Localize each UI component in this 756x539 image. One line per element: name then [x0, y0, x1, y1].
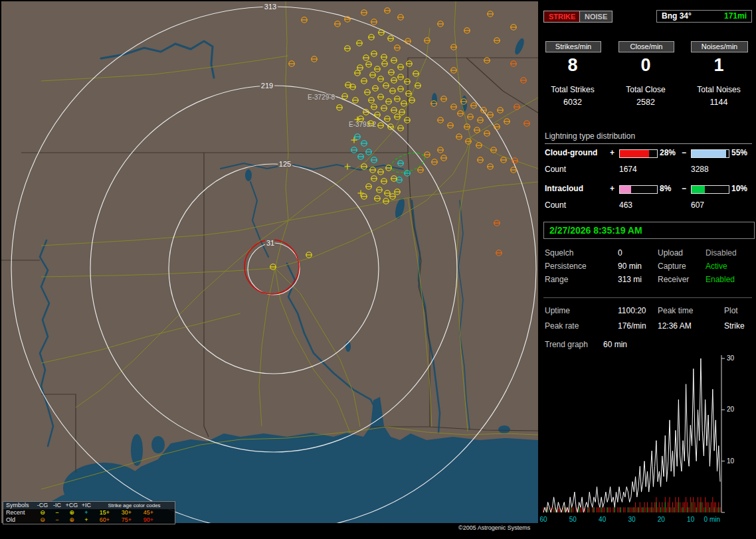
squelch-label: Squelch	[545, 248, 573, 258]
count-label: Count	[545, 165, 566, 174]
plot-value: Strike	[724, 321, 745, 331]
cg-plus-pct: 28%	[660, 148, 676, 157]
ic-minus-count: 607	[691, 200, 704, 210]
svg-text:50: 50	[569, 516, 577, 523]
noises-per-min-box[interactable]: Noises/min	[691, 41, 748, 52]
bearing-label: Bng 34°	[662, 11, 692, 22]
legend-col-pcg: +CG	[64, 502, 79, 509]
svg-text:10: 10	[687, 516, 695, 523]
cloud-ground-row: Cloud-ground + 28% − 55%	[539, 148, 756, 159]
cg-count-row: Count 1674 3288	[539, 165, 756, 176]
map-geography	[1, 1, 538, 523]
total-strikes-value: 6032	[539, 98, 606, 107]
ic-plus-bar	[619, 185, 658, 194]
upload-value: Disabled	[706, 248, 737, 258]
peak-time-label: Peak time	[658, 306, 693, 316]
count-label: Count	[545, 200, 566, 210]
bearing-distance: 171mi	[724, 11, 747, 22]
svg-text:30: 30	[628, 516, 636, 523]
nexstorm-app: { "window": { "copyright": "©2005 Astrog…	[0, 0, 756, 539]
legend-col-ncg: -CG	[35, 502, 50, 509]
svg-text:30: 30	[727, 354, 735, 362]
minus-sign: −	[682, 184, 686, 193]
ic-minus-pct: 10%	[731, 184, 747, 193]
trend-graph-window: 60 min	[603, 340, 627, 350]
cg-plus-count: 1674	[619, 165, 637, 174]
svg-text:20: 20	[658, 516, 666, 523]
svg-text:60: 60	[539, 516, 547, 523]
squelch-value: 0	[618, 248, 622, 258]
svg-text:125: 125	[279, 160, 291, 168]
noise-toggle-button[interactable]: NOISE	[579, 11, 613, 23]
trend-graph: 1020306050403020100 min	[539, 350, 756, 531]
status-panel: STRIKE NOISE Bng 34° 171mi Strikes/min C…	[539, 0, 756, 539]
capture-value: Active	[706, 262, 727, 271]
uptime-label: Uptime	[545, 306, 570, 316]
svg-text:20: 20	[727, 406, 735, 413]
receiver-label: Receiver	[658, 275, 689, 284]
legend-row-recent: Recent⊖−⊕+15+30+45+	[3, 509, 175, 516]
svg-text:E-3793-2: E-3793-2	[349, 121, 377, 128]
uptime-value: 1100:20	[618, 306, 646, 316]
svg-text:40: 40	[599, 516, 607, 523]
close-per-min-value: 0	[613, 55, 679, 76]
copyright-text: ©2005 Astrogenic Systems	[458, 524, 530, 531]
total-noises-label: Total Noises	[686, 85, 752, 94]
strike-toggle-button[interactable]: STRIKE	[543, 11, 581, 23]
receiver-value: Enabled	[706, 275, 735, 284]
upload-label: Upload	[658, 248, 683, 258]
plus-sign: +	[610, 148, 614, 157]
svg-text:0 min: 0 min	[704, 516, 720, 523]
ic-plus-pct: 8%	[660, 184, 671, 193]
legend-header: Symbols -CG -IC +CG +IC Strike age color…	[3, 502, 175, 509]
legend-row-old: Old⊖−⊕+60+75+90+	[3, 516, 175, 524]
cloud-ground-label: Cloud-ground	[545, 148, 597, 157]
range-value: 313 mi	[618, 275, 642, 284]
noises-per-min-value: 1	[686, 55, 752, 76]
total-noises-value: 1144	[686, 98, 752, 107]
svg-text:E-3729-8: E-3729-8	[308, 94, 335, 101]
svg-text:313: 313	[264, 3, 276, 11]
svg-text:31: 31	[266, 239, 274, 247]
datetime-readout: 2/27/2026 8:35:19 AM	[543, 222, 755, 239]
strikes-per-min-value: 8	[539, 55, 606, 76]
close-per-min-box[interactable]: Close/min	[618, 41, 674, 52]
capture-label: Capture	[658, 262, 686, 271]
legend-age-title: Strike age color codes	[94, 502, 175, 509]
range-label: Range	[545, 275, 568, 284]
cg-minus-pct: 55%	[731, 148, 747, 157]
intracloud-row: Intracloud + 8% − 10%	[539, 184, 756, 195]
ic-minus-bar	[691, 185, 729, 194]
strikes-per-min-box[interactable]: Strikes/min	[545, 41, 601, 52]
legend-symbols-title: Symbols	[3, 502, 35, 509]
bearing-readout: Bng 34° 171mi	[656, 10, 752, 23]
legend-col-pic: +IC	[79, 502, 94, 509]
peak-time-value: 12:36 AM	[658, 321, 692, 331]
ic-count-row: Count 463 607	[539, 200, 756, 212]
ic-plus-count: 463	[619, 200, 632, 210]
cg-minus-count: 3288	[691, 165, 709, 174]
minus-sign: −	[682, 148, 686, 157]
lightning-map[interactable]: 31321912531 E-3729-8E-3793-2 Symbols -CG…	[1, 1, 538, 523]
peak-rate-value: 176/min	[618, 321, 646, 331]
trend-graph-label: Trend graph	[545, 340, 588, 350]
divider	[543, 297, 752, 298]
cg-plus-bar	[619, 149, 658, 158]
peak-rate-label: Peak rate	[545, 321, 579, 331]
total-close-label: Total Close	[613, 85, 679, 94]
svg-text:219: 219	[261, 82, 273, 90]
cg-minus-bar	[691, 149, 729, 158]
total-close-value: 2582	[613, 98, 679, 107]
persistence-value: 90 min	[618, 262, 642, 271]
intracloud-label: Intracloud	[545, 184, 583, 193]
legend-col-nic: -IC	[50, 502, 64, 509]
plus-sign: +	[610, 184, 614, 193]
map-legend: Symbols -CG -IC +CG +IC Strike age color…	[3, 501, 175, 524]
plot-label: Plot	[724, 306, 738, 316]
persistence-label: Persistence	[545, 262, 587, 271]
total-strikes-label: Total Strikes	[539, 85, 606, 94]
distribution-title: Lightning type distribution	[545, 131, 752, 144]
map-canvas: 31321912531 E-3729-8E-3793-2	[1, 1, 538, 523]
svg-text:10: 10	[727, 457, 735, 465]
